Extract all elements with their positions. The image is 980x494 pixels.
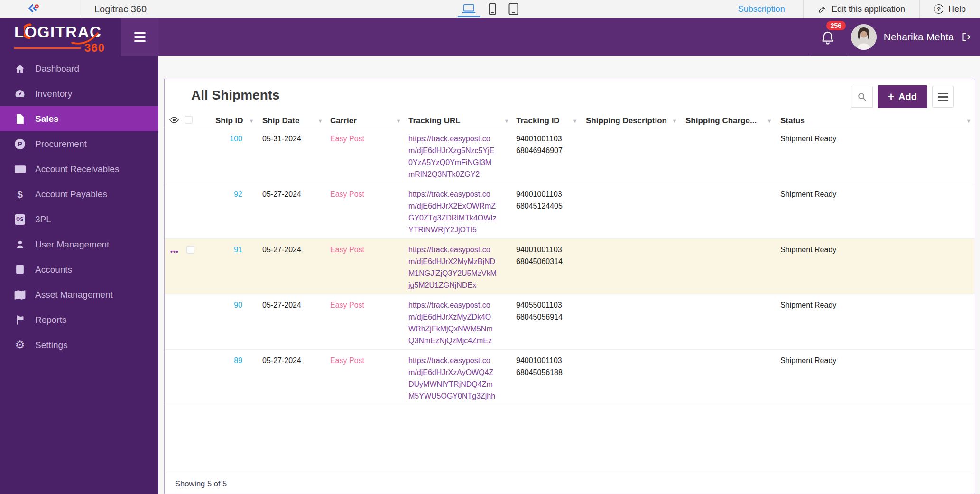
divider bbox=[811, 54, 847, 54]
column-header-ship-id[interactable]: Ship ID ▾ bbox=[206, 114, 256, 128]
tracking-url-link[interactable]: https://track.easypost.com/djE6dHJrX2MyM… bbox=[403, 238, 511, 294]
sidebar-item-label: 3PL bbox=[35, 214, 51, 225]
row-menu-icon[interactable]: ••• bbox=[170, 248, 179, 256]
sidebar-item-sales[interactable]: Sales bbox=[0, 106, 158, 131]
ship-id-link[interactable]: 100 bbox=[206, 128, 256, 183]
table-row[interactable]: 89 05-27-2024 Easy Post https://track.ea… bbox=[165, 349, 975, 405]
table-row-hovered[interactable]: ••• 91 05-27-2024 Easy Post https://trac… bbox=[165, 238, 975, 294]
sort-caret-icon[interactable]: ▾ bbox=[397, 118, 400, 124]
sidebar-item-label: Inventory bbox=[35, 89, 72, 99]
sidebar-item-label: Settings bbox=[35, 340, 68, 350]
top-bar-left: Logitrac 360 bbox=[0, 0, 147, 18]
dollar-icon: $ bbox=[13, 189, 27, 200]
top-bar-right: Subscription Edit this application ? Hel… bbox=[720, 0, 980, 18]
column-header-tracking-id[interactable]: Tracking ID ▾ bbox=[511, 114, 579, 128]
ship-id-link[interactable]: 91 bbox=[206, 238, 256, 294]
ship-id-link[interactable]: 89 bbox=[206, 349, 256, 405]
tracking-url-link[interactable]: https://track.easypost.com/djE6dHJrX2ExO… bbox=[403, 183, 511, 238]
status-value: Shipment Ready bbox=[774, 183, 975, 238]
status-value: Shipment Ready bbox=[774, 349, 975, 405]
laptop-view-icon[interactable] bbox=[462, 0, 476, 18]
app-title: Logitrac 360 bbox=[94, 4, 147, 15]
table-row[interactable]: 90 05-27-2024 Easy Post https://track.ea… bbox=[165, 294, 975, 349]
logout-button[interactable] bbox=[961, 31, 972, 43]
flag-icon bbox=[13, 315, 27, 325]
sidebar-item-reports[interactable]: Reports bbox=[0, 307, 158, 332]
select-all-header bbox=[185, 114, 206, 128]
notifications-button[interactable]: 256 bbox=[821, 27, 837, 47]
avatar[interactable] bbox=[851, 24, 877, 50]
sort-caret-icon[interactable]: ▾ bbox=[319, 118, 322, 124]
sort-caret-icon[interactable]: ▾ bbox=[250, 118, 253, 124]
sidebar-item-inventory[interactable]: Inventory bbox=[0, 81, 158, 106]
row-checkbox[interactable] bbox=[186, 246, 194, 254]
file-icon bbox=[13, 114, 27, 124]
tracking-url-link[interactable]: https://track.easypost.com/djE6dHJrXzg5N… bbox=[403, 128, 511, 183]
help-icon: ? bbox=[934, 4, 943, 14]
tracking-url-link[interactable]: https://track.easypost.com/djE6dHJrXzMyZ… bbox=[403, 294, 511, 349]
sidebar-toggle-button[interactable] bbox=[121, 18, 158, 56]
search-button[interactable] bbox=[851, 86, 873, 108]
sidebar-item-account-receivables[interactable]: Account Receivables bbox=[0, 156, 158, 182]
column-header-shipping-charge[interactable]: Shipping Charge... ▾ bbox=[679, 114, 774, 128]
ship-id-link[interactable]: 90 bbox=[206, 294, 256, 349]
header-right: 256 Neharika Mehta bbox=[821, 18, 980, 56]
card-header: All Shipments + Add bbox=[165, 79, 975, 114]
column-header-tracking-url[interactable]: Tracking URL ▾ bbox=[403, 114, 511, 128]
column-visibility-header bbox=[165, 114, 185, 128]
brand-logo: LOGITRAC 360 bbox=[0, 18, 121, 56]
shipments-card: All Shipments + Add bbox=[164, 79, 975, 494]
gauge-icon bbox=[13, 88, 27, 100]
select-all-checkbox[interactable] bbox=[185, 116, 193, 124]
sidebar-item-label: Account Payables bbox=[35, 189, 107, 200]
device-preview-switcher bbox=[462, 0, 518, 18]
sidebar-item-procurement[interactable]: P Procurement bbox=[0, 131, 158, 156]
tracking-url-link[interactable]: https://track.easypost.com/djE6dHJrXzAyO… bbox=[403, 349, 511, 405]
sort-caret-icon[interactable]: ▾ bbox=[573, 118, 576, 124]
table-menu-button[interactable] bbox=[932, 86, 954, 108]
sidebar-item-asset-management[interactable]: Asset Management bbox=[0, 282, 158, 307]
table-row[interactable]: 92 05-27-2024 Easy Post https://track.ea… bbox=[165, 183, 975, 238]
book-icon bbox=[13, 265, 27, 274]
sidebar-item-accounts[interactable]: Accounts bbox=[0, 257, 158, 282]
sidebar-item-label: Asset Management bbox=[35, 290, 113, 300]
sidebar-item-settings[interactable]: ⚙ Settings bbox=[0, 332, 158, 357]
phone-view-icon[interactable] bbox=[489, 0, 496, 18]
sidebar-item-3pl[interactable]: OS 3PL bbox=[0, 207, 158, 232]
sidebar-item-label: Sales bbox=[35, 114, 59, 124]
table-row[interactable]: 100 05-31-2024 Easy Post https://track.e… bbox=[165, 128, 975, 183]
ship-id-link[interactable]: 92 bbox=[206, 183, 256, 238]
procurement-circle-icon: P bbox=[13, 139, 27, 149]
sort-caret-icon[interactable]: ▾ bbox=[505, 118, 508, 124]
status-value: Shipment Ready bbox=[774, 128, 975, 183]
sidebar-item-label: Procurement bbox=[35, 139, 87, 149]
column-header-carrier[interactable]: Carrier ▾ bbox=[324, 114, 403, 128]
status-value: Shipment Ready bbox=[774, 238, 975, 294]
sort-caret-icon[interactable]: ▾ bbox=[768, 118, 771, 124]
divider bbox=[82, 0, 82, 18]
tablet-view-icon[interactable] bbox=[508, 0, 518, 18]
column-header-shipping-description[interactable]: Shipping Description ▾ bbox=[579, 114, 679, 128]
help-button[interactable]: ? Help bbox=[920, 4, 980, 14]
edit-application-label: Edit this application bbox=[832, 4, 905, 14]
app-screen: Logitrac 360 bbox=[0, 0, 980, 494]
sidebar-item-user-management[interactable]: User Management bbox=[0, 232, 158, 257]
subscription-link[interactable]: Subscription bbox=[720, 4, 803, 14]
edit-application-button[interactable]: Edit this application bbox=[804, 4, 919, 14]
notification-badge: 256 bbox=[826, 21, 846, 30]
add-button-label: Add bbox=[898, 91, 917, 102]
brand-logo-360: 360 bbox=[84, 42, 105, 54]
sort-caret-icon[interactable]: ▾ bbox=[967, 118, 970, 124]
sidebar-item-dashboard[interactable]: Dashboard bbox=[0, 56, 158, 81]
eye-icon[interactable] bbox=[169, 117, 179, 123]
bell-icon bbox=[821, 30, 835, 46]
column-header-ship-date[interactable]: Ship Date ▾ bbox=[256, 114, 324, 128]
sidebar-item-account-payables[interactable]: $ Account Payables bbox=[0, 182, 158, 207]
sidebar-item-label: Account Receivables bbox=[35, 164, 119, 174]
search-icon bbox=[857, 91, 867, 102]
sidebar: Dashboard Inventory Sales P Procurement bbox=[0, 56, 158, 494]
column-header-status[interactable]: Status ▾ bbox=[774, 114, 975, 128]
add-button[interactable]: + Add bbox=[878, 85, 927, 108]
sort-caret-icon[interactable]: ▾ bbox=[673, 118, 676, 124]
sidebar-item-label: Dashboard bbox=[35, 64, 79, 74]
